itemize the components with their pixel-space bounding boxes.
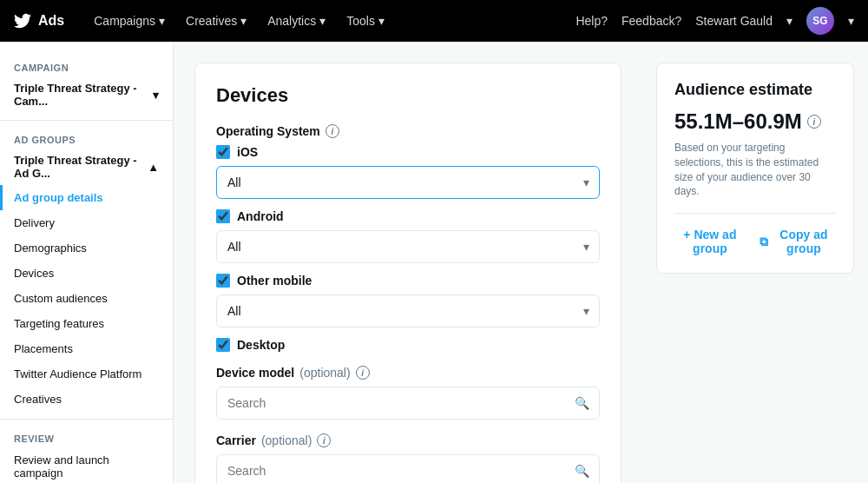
ad-group-chevron-icon: ▲ xyxy=(148,161,159,174)
sidebar-item-creatives[interactable]: Creatives xyxy=(0,387,173,412)
main-nav-links: Campaigns ▾ Creatives ▾ Analytics ▾ Tool… xyxy=(85,9,393,33)
android-checkbox-row: Android xyxy=(216,209,600,223)
brand-logo[interactable]: Ads xyxy=(14,12,64,30)
tools-chevron-icon: ▾ xyxy=(378,14,385,28)
nav-right: Help? Feedback? Stewart Gauld ▾ SG ▾ xyxy=(575,7,854,35)
analytics-chevron-icon: ▾ xyxy=(319,14,326,28)
ios-select-wrapper: All iPhone iPad ▾ xyxy=(216,166,600,199)
sidebar-item-placements[interactable]: Placements xyxy=(0,336,173,361)
sidebar-item-delivery[interactable]: Delivery xyxy=(0,210,173,235)
desktop-checkbox[interactable] xyxy=(216,338,230,352)
desktop-label[interactable]: Desktop xyxy=(237,338,285,352)
carrier-label: Carrier (optional) i xyxy=(216,433,600,447)
android-select[interactable]: All Android phone Android tablet xyxy=(216,230,600,263)
campaigns-nav-link[interactable]: Campaigns ▾ xyxy=(85,9,174,33)
android-checkbox[interactable] xyxy=(216,209,230,223)
audience-range-info-icon[interactable]: i xyxy=(807,115,821,129)
right-panel: Audience estimate 55.1M–60.9M i Based on… xyxy=(642,42,868,483)
android-label[interactable]: Android xyxy=(237,209,284,223)
sidebar-item-demographics[interactable]: Demographics xyxy=(0,235,173,261)
sidebar-item-twitter-audience-platform[interactable]: Twitter Audience Platform xyxy=(0,361,173,387)
app-layout: CAMPAIGN Triple Threat Strategy - Cam...… xyxy=(0,42,868,483)
device-model-input-wrapper: 🔍 xyxy=(216,387,600,420)
device-model-info-icon[interactable]: i xyxy=(356,366,370,380)
carrier-group: Carrier (optional) i 🔍 xyxy=(216,433,600,483)
campaigns-chevron-icon: ▾ xyxy=(159,14,165,28)
campaign-section-label: CAMPAIGN xyxy=(0,56,173,76)
carrier-input[interactable] xyxy=(216,454,600,483)
sidebar-item-custom-audiences[interactable]: Custom audiences xyxy=(0,286,173,311)
avatar[interactable]: SG xyxy=(806,7,834,35)
sidebar-divider-1 xyxy=(0,120,173,121)
devices-card: Devices Operating System i iOS All iPhon… xyxy=(194,63,621,483)
copy-icon: ⧉ xyxy=(760,235,768,249)
user-chevron-icon: ▾ xyxy=(786,14,792,28)
audience-divider xyxy=(674,213,836,214)
device-model-label: Device model (optional) i xyxy=(216,366,600,380)
ios-label[interactable]: iOS xyxy=(237,145,258,159)
avatar-chevron-icon: ▾ xyxy=(848,14,854,28)
copy-ad-group-button[interactable]: ⧉ Copy ad group xyxy=(760,228,836,255)
android-select-wrapper: All Android phone Android tablet ▾ xyxy=(216,230,600,263)
carrier-info-icon[interactable]: i xyxy=(317,433,331,447)
ios-checkbox[interactable] xyxy=(216,145,230,159)
carrier-optional: (optional) xyxy=(261,433,312,447)
top-navigation: Ads Campaigns ▾ Creatives ▾ Analytics ▾ … xyxy=(0,0,868,42)
sidebar-item-targeting-features[interactable]: Targeting features xyxy=(0,311,173,336)
other-mobile-checkbox-row: Other mobile xyxy=(216,274,600,288)
carrier-input-wrapper: 🔍 xyxy=(216,454,600,483)
other-mobile-label[interactable]: Other mobile xyxy=(237,274,312,288)
sidebar-divider-2 xyxy=(0,419,173,420)
device-model-optional: (optional) xyxy=(299,366,350,380)
sidebar: CAMPAIGN Triple Threat Strategy - Cam...… xyxy=(0,42,174,483)
sidebar-item-review[interactable]: Review and launch campaign xyxy=(0,447,173,483)
help-link[interactable]: Help? xyxy=(575,14,608,28)
sidebar-item-ad-group-details[interactable]: Ad group details xyxy=(0,185,173,210)
tools-nav-link[interactable]: Tools ▾ xyxy=(338,9,393,33)
device-model-group: Device model (optional) i 🔍 xyxy=(216,366,600,420)
audience-actions: + New ad group ⧉ Copy ad group xyxy=(674,228,836,255)
audience-description: Based on your targeting selections, this… xyxy=(674,141,836,199)
ios-checkbox-row: iOS xyxy=(216,145,600,159)
sidebar-item-devices[interactable]: Devices xyxy=(0,261,173,286)
operating-system-label: Operating System i xyxy=(216,124,600,138)
other-mobile-select-wrapper: All ▾ xyxy=(216,294,600,328)
review-section-label: REVIEW xyxy=(0,427,173,447)
devices-title: Devices xyxy=(216,84,600,107)
audience-estimate-title: Audience estimate xyxy=(674,81,836,99)
ad-group-name[interactable]: Triple Threat Strategy - Ad G... ▲ xyxy=(0,149,173,185)
desktop-checkbox-row: Desktop xyxy=(216,338,600,352)
ios-select[interactable]: All iPhone iPad xyxy=(216,166,600,199)
creatives-chevron-icon: ▾ xyxy=(240,14,247,28)
feedback-link[interactable]: Feedback? xyxy=(621,14,681,28)
device-model-input[interactable] xyxy=(216,387,600,420)
other-mobile-select[interactable]: All xyxy=(216,294,600,328)
creatives-nav-link[interactable]: Creatives ▾ xyxy=(177,9,255,33)
operating-system-info-icon[interactable]: i xyxy=(326,124,339,138)
new-ad-group-button[interactable]: + New ad group xyxy=(674,228,746,255)
other-mobile-checkbox[interactable] xyxy=(216,274,230,288)
twitter-icon xyxy=(14,12,31,30)
user-name[interactable]: Stewart Gauld xyxy=(695,14,773,28)
campaign-chevron-icon: ▾ xyxy=(153,89,159,102)
audience-estimate-card: Audience estimate 55.1M–60.9M i Based on… xyxy=(656,63,854,274)
ad-groups-section-label: AD GROUPS xyxy=(0,128,173,149)
audience-range: 55.1M–60.9M i xyxy=(674,109,836,134)
analytics-nav-link[interactable]: Analytics ▾ xyxy=(259,9,334,33)
operating-system-group: Operating System i iOS All iPhone iPad ▾ xyxy=(216,124,600,352)
campaign-name[interactable]: Triple Threat Strategy - Cam... ▾ xyxy=(0,76,173,113)
brand-name: Ads xyxy=(38,13,64,29)
main-content: Devices Operating System i iOS All iPhon… xyxy=(174,42,642,483)
